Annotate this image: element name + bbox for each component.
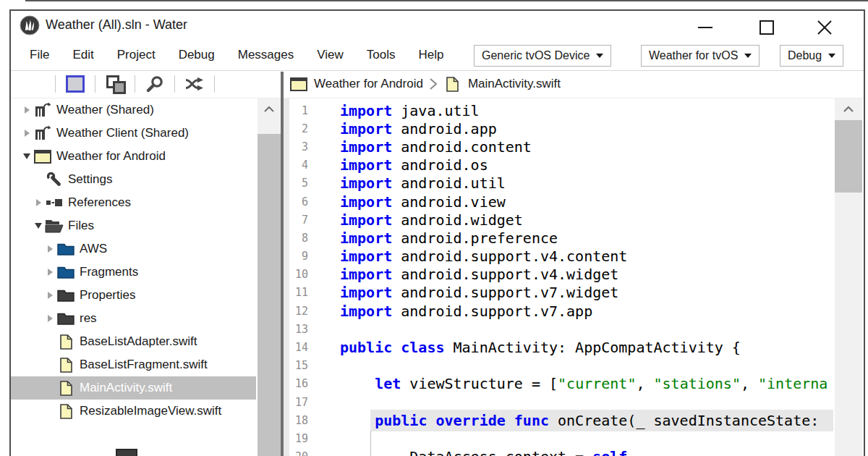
- tree-item-label: ResizableImageView.swift: [80, 404, 221, 418]
- scroll-up-icon[interactable]: [258, 98, 281, 120]
- menu-file[interactable]: File: [18, 48, 61, 62]
- line-number: 16: [289, 377, 308, 390]
- tree-item-settings[interactable]: Settings: [11, 168, 256, 191]
- tree-item-resizableimageview-swift[interactable]: ResizableImageView.swift: [11, 400, 256, 423]
- overlap-squares-button[interactable]: [103, 73, 127, 95]
- dropdown-generic-tvos-device[interactable]: Generic tvOS Device: [474, 45, 611, 67]
- code-line-17: 17: [289, 393, 833, 411]
- tree-expanded-arrow-icon[interactable]: [20, 150, 33, 163]
- solution-tree: Weather (Shared)Weather Client (Shared)W…: [11, 98, 256, 456]
- dropdown-weather-for-tvos[interactable]: Weather for tvOS: [641, 45, 760, 67]
- sidebar-scrollbar[interactable]: [258, 98, 281, 456]
- menu-project[interactable]: Project: [106, 48, 167, 62]
- tree-item-label: Weather (Shared): [56, 103, 154, 117]
- line-number: 3: [289, 140, 308, 153]
- dropdown-label: Debug: [788, 49, 822, 62]
- tree-collapsed-arrow-icon[interactable]: [43, 312, 56, 325]
- blue-frame-icon: [66, 75, 85, 93]
- code-text: import android.os: [340, 156, 488, 174]
- tree-item-mainactivity-swift[interactable]: MainActivity.swift: [11, 376, 256, 400]
- code-text: import android.app: [340, 120, 497, 138]
- tree-item-label: Properties: [80, 288, 135, 303]
- tree-arrow-spacer: [43, 358, 56, 371]
- tree-item-fragments[interactable]: Fragments: [11, 261, 256, 284]
- dropdown-debug[interactable]: Debug: [780, 45, 843, 67]
- code-text: import android.util: [340, 174, 506, 192]
- code-line-3: 3import android.content: [289, 138, 833, 156]
- chevron-down-icon: [744, 54, 752, 58]
- dropdown-label: Weather for tvOS: [649, 49, 738, 62]
- app-window: Weather (All).sln - Water FileEditProjec…: [9, 9, 865, 456]
- tree-expanded-arrow-icon[interactable]: [32, 219, 45, 232]
- tree-collapsed-arrow-icon[interactable]: [43, 266, 56, 279]
- menu-messages[interactable]: Messages: [226, 48, 305, 62]
- tree-collapsed-arrow-icon[interactable]: [32, 196, 45, 209]
- line-number: 12: [289, 305, 308, 318]
- close-button[interactable]: [814, 17, 835, 38]
- editor-scrollbar-thumb[interactable]: [835, 120, 862, 193]
- code-editor[interactable]: 1import java.util2import android.app3imp…: [284, 98, 833, 456]
- search-button[interactable]: [143, 73, 166, 95]
- menu-bar: FileEditProjectDebugMessagesViewToolsHel…: [11, 40, 864, 71]
- blue-frame-button[interactable]: [64, 73, 87, 95]
- code-line-16: 16 let viewStructure = ["current", "stat…: [289, 375, 833, 393]
- code-line-18: 18 public override func onCreate(_ saved…: [289, 411, 833, 429]
- tree-item-weather-for-android[interactable]: Weather for Android: [11, 145, 256, 168]
- tree-item-weather-shared-[interactable]: Weather (Shared): [11, 98, 256, 122]
- code-line-12: 12import android.support.v7.app: [289, 302, 833, 320]
- swift-file-icon: [56, 403, 75, 419]
- code-text: let viewStructure = ["current", "station…: [340, 375, 827, 392]
- code-text: [340, 430, 375, 447]
- code-text: import android.support.v4.content: [340, 248, 627, 265]
- tree-item-baselistadapter-swift[interactable]: BaseListAdapter.swift: [11, 330, 256, 353]
- code-line-6: 6import android.view: [289, 193, 833, 211]
- code-text: import android.view: [340, 193, 506, 211]
- maximize-button[interactable]: [756, 17, 778, 38]
- code-line-7: 7import android.widget: [289, 211, 833, 229]
- current-line-highlight: public override func onCreate(_ savedIns…: [370, 410, 833, 431]
- menu-view[interactable]: View: [305, 48, 355, 62]
- tree-item-label: BaseListFragment.swift: [80, 358, 208, 372]
- title-bar[interactable]: Weather (All).sln - Water: [11, 11, 864, 40]
- tree-collapsed-arrow-icon[interactable]: [20, 104, 33, 117]
- scroll-up-icon[interactable]: [835, 98, 862, 120]
- app-logo-icon: [20, 15, 40, 35]
- shared-project-icon: [33, 125, 52, 141]
- line-number: 7: [289, 214, 308, 227]
- editor-scrollbar[interactable]: [835, 98, 862, 456]
- tree-item-aws[interactable]: AWS: [11, 237, 256, 261]
- tree-item-files[interactable]: Files: [11, 214, 256, 237]
- folder-dark-icon: [56, 287, 75, 303]
- folder-dark-icon: [56, 311, 75, 326]
- tree-collapsed-arrow-icon[interactable]: [43, 289, 56, 302]
- tree-item-weather-client-shared-[interactable]: Weather Client (Shared): [11, 122, 256, 145]
- tree-collapsed-arrow-icon[interactable]: [43, 242, 56, 256]
- menu-debug[interactable]: Debug: [167, 48, 226, 62]
- breadcrumb-project[interactable]: Weather for Android: [314, 77, 423, 91]
- editor-margin: [284, 98, 289, 456]
- code-text: import java.util: [340, 102, 480, 119]
- tree-item-properties[interactable]: Properties: [11, 284, 256, 307]
- code-line-15: 15: [289, 357, 833, 375]
- tree-arrow-spacer: [43, 381, 56, 394]
- line-number: 15: [289, 359, 308, 372]
- menu-edit[interactable]: Edit: [61, 48, 105, 62]
- menu-help[interactable]: Help: [407, 48, 455, 62]
- line-number: 1: [289, 104, 308, 117]
- partial-tree-item-icon: [116, 449, 137, 456]
- minimize-button[interactable]: [694, 17, 716, 38]
- line-number: 6: [289, 195, 308, 208]
- code-text: import android.content: [340, 138, 532, 156]
- tree-arrow-spacer: [32, 173, 45, 186]
- tree-item-res[interactable]: res: [11, 307, 256, 330]
- tree-item-baselistfragment-swift[interactable]: BaseListFragment.swift: [11, 353, 256, 376]
- tree-item-references[interactable]: References: [11, 191, 256, 214]
- shuffle-arrows-button[interactable]: [183, 73, 206, 95]
- tree-collapsed-arrow-icon[interactable]: [20, 127, 33, 140]
- tree-item-label: Settings: [68, 172, 112, 187]
- menu-tools[interactable]: Tools: [355, 48, 407, 62]
- breadcrumb-file[interactable]: MainActivity.swift: [468, 77, 561, 91]
- sidebar-scrollbar-thumb[interactable]: [258, 134, 281, 456]
- code-text: DataAccess context = self: [340, 448, 627, 456]
- folder-open-icon: [45, 218, 64, 234]
